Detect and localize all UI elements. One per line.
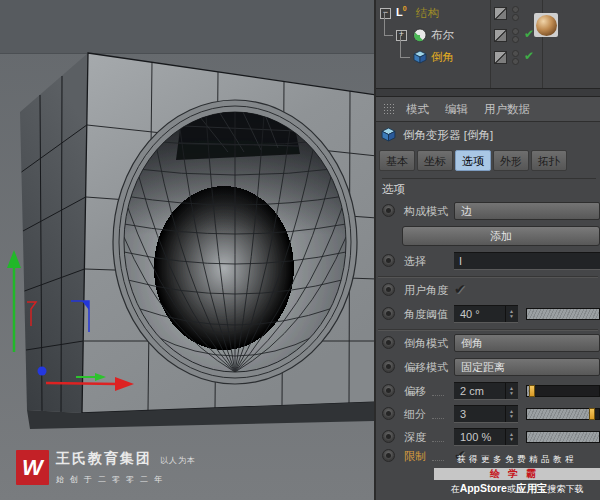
object-name-boole[interactable]: 布尔 <box>431 28 454 43</box>
menu-user-data[interactable]: 用户数据 <box>484 102 530 117</box>
ad-brand: 绘学霸 <box>434 468 600 480</box>
object-manager: − L0 结构 + 布尔 ✔ <box>376 0 600 88</box>
subdivision-input[interactable]: 3 ▲▼ <box>454 405 518 423</box>
attribute-menubar: 模式 编辑 用户数据 <box>376 97 600 122</box>
bevel-mode-select[interactable]: 倒角 <box>454 334 600 352</box>
material-tag-icon[interactable] <box>534 13 558 37</box>
param-knob-icon[interactable] <box>382 384 395 397</box>
param-knob-icon[interactable] <box>382 307 395 320</box>
menu-mode[interactable]: 模式 <box>406 102 429 117</box>
offset-label: 偏移 <box>404 380 426 402</box>
object-title-text: 倒角变形器 [倒角] <box>403 128 493 143</box>
layer-toggle-icon[interactable] <box>494 51 507 64</box>
section-title: 选项 <box>382 178 596 197</box>
offset-mode-label: 偏移模式 <box>404 356 448 378</box>
row-offset: 偏移 2 cm ▲▼ <box>380 380 600 402</box>
om-row-bevel[interactable]: 倒角 ✔ <box>376 46 600 68</box>
visibility-dots[interactable] <box>512 50 519 66</box>
tab-topology[interactable]: 拓扑 <box>531 150 567 171</box>
panel-grip-icon[interactable] <box>383 103 396 116</box>
axis-z-handle[interactable] <box>38 367 47 376</box>
row-selection: 选择 I <box>380 250 600 272</box>
sphere-cavity <box>113 100 357 384</box>
spinner-icon[interactable]: ▲▼ <box>505 383 517 399</box>
row-composition-mode: 构成模式 边 <box>380 200 600 222</box>
limit-label: 限制 <box>404 445 426 467</box>
selection-label: 选择 <box>404 250 426 272</box>
param-knob-icon[interactable] <box>382 360 395 373</box>
ad-line3: 在AppStore或应用宝搜索下载 <box>434 482 600 496</box>
angle-threshold-input[interactable]: 40 ° ▲▼ <box>454 305 518 323</box>
user-angle-checkbox[interactable]: ✔ <box>454 281 466 297</box>
user-angle-label: 用户角度 <box>404 279 448 301</box>
panel-splitter[interactable] <box>376 88 600 97</box>
object-name-bevel[interactable]: 倒角 <box>431 50 454 65</box>
offset-mode-select[interactable]: 固定距离 <box>454 358 600 376</box>
row-angle-threshold: 角度阈值 40 ° ▲▼ <box>380 303 600 325</box>
offset-slider[interactable] <box>526 385 600 397</box>
null-object-icon: L0 <box>396 5 407 18</box>
boole-object-icon <box>413 28 427 42</box>
angle-threshold-slider[interactable] <box>526 308 600 320</box>
logo-company-name: 王氏教育集团 <box>56 450 152 468</box>
offset-input[interactable]: 2 cm ▲▼ <box>454 382 518 400</box>
composition-mode-label: 构成模式 <box>404 200 448 222</box>
attribute-tabs: 基本 坐标 选项 外形 拓扑 <box>379 150 567 171</box>
tab-options[interactable]: 选项 <box>455 150 491 171</box>
param-knob-icon[interactable] <box>382 336 395 349</box>
huixueba-ad-overlay: 获得更多免费精品教程 绘学霸 在AppStore或应用宝搜索下载 <box>434 454 600 496</box>
row-bevel-mode: 倒角模式 倒角 <box>380 332 600 354</box>
viewport-scene <box>0 0 374 500</box>
row-subdivision: 细分 3 ▲▼ <box>380 403 600 425</box>
row-user-angle: 用户角度 ✔ <box>380 279 600 301</box>
add-button[interactable]: 添加 <box>402 226 600 246</box>
depth-slider[interactable] <box>526 431 600 443</box>
param-knob-icon[interactable] <box>382 204 395 217</box>
bevel-mode-label: 倒角模式 <box>404 332 448 354</box>
spinner-icon[interactable]: ▲▼ <box>505 306 517 322</box>
wangshi-education-logo: W 王氏教育集团 以人为本 始创于二零零二年 <box>16 450 196 485</box>
layer-toggle-icon[interactable] <box>494 29 507 42</box>
spinner-icon[interactable]: ▲▼ <box>505 429 517 445</box>
visibility-dots[interactable] <box>512 6 519 22</box>
visibility-dots[interactable] <box>512 28 519 44</box>
param-knob-icon[interactable] <box>382 283 395 296</box>
selection-input[interactable]: I <box>454 252 600 270</box>
row-offset-mode: 偏移模式 固定距离 <box>380 356 600 378</box>
viewport-3d[interactable]: W 王氏教育集团 以人为本 始创于二零零二年 <box>0 0 374 500</box>
param-knob-icon[interactable] <box>382 449 395 462</box>
cube-left-face <box>20 53 88 413</box>
tab-coordinates[interactable]: 坐标 <box>417 150 453 171</box>
param-knob-icon[interactable] <box>382 407 395 420</box>
param-knob-icon[interactable] <box>382 254 395 267</box>
depth-input[interactable]: 100 % ▲▼ <box>454 428 518 446</box>
ad-line1: 获得更多免费精品教程 <box>434 454 600 466</box>
cinema4d-window: W 王氏教育集团 以人为本 始创于二零零二年 − L0 结构 <box>0 0 600 500</box>
bevel-deformer-icon <box>381 127 396 144</box>
om-row-structure[interactable]: − L0 结构 <box>376 2 600 24</box>
row-add: 添加 <box>380 225 600 247</box>
composition-mode-select[interactable]: 边 <box>454 202 600 220</box>
subdivision-slider[interactable] <box>526 408 600 420</box>
object-name-structure[interactable]: 结构 <box>416 6 439 21</box>
object-title-bar: 倒角变形器 [倒角] <box>376 122 600 148</box>
subdivision-label: 细分 <box>404 403 426 425</box>
wangshi-logo-mark-icon: W <box>16 450 49 485</box>
logo-founded-text: 始创于二零零二年 <box>56 474 196 485</box>
enabled-check-icon[interactable]: ✔ <box>524 49 534 63</box>
tab-shape[interactable]: 外形 <box>493 150 529 171</box>
angle-threshold-label: 角度阈值 <box>404 303 448 325</box>
spinner-icon[interactable]: ▲▼ <box>505 406 517 422</box>
tab-basic[interactable]: 基本 <box>379 150 415 171</box>
menu-edit[interactable]: 编辑 <box>445 102 468 117</box>
param-knob-icon[interactable] <box>382 430 395 443</box>
bevel-deformer-icon <box>413 50 427 64</box>
layer-toggle-icon[interactable] <box>494 7 507 20</box>
right-panel: − L0 结构 + 布尔 ✔ <box>374 0 600 500</box>
enabled-check-icon[interactable]: ✔ <box>524 27 534 41</box>
logo-slogan: 以人为本 <box>160 455 196 466</box>
